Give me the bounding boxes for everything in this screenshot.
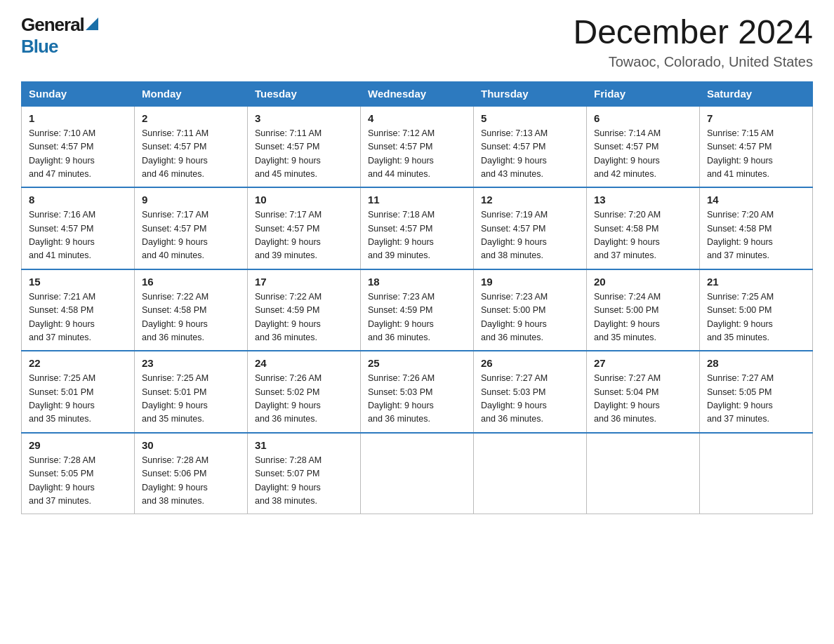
calendar-cell: 20 Sunrise: 7:24 AM Sunset: 5:00 PM Dayl… xyxy=(587,269,700,351)
calendar-cell: 5 Sunrise: 7:13 AM Sunset: 4:57 PM Dayli… xyxy=(474,106,587,188)
calendar-cell: 3 Sunrise: 7:11 AM Sunset: 4:57 PM Dayli… xyxy=(248,106,361,188)
calendar-week-row: 1 Sunrise: 7:10 AM Sunset: 4:57 PM Dayli… xyxy=(22,106,813,188)
calendar-week-row: 8 Sunrise: 7:16 AM Sunset: 4:57 PM Dayli… xyxy=(22,187,813,269)
day-number: 17 xyxy=(255,276,353,288)
calendar-cell: 12 Sunrise: 7:19 AM Sunset: 4:57 PM Dayl… xyxy=(474,187,587,269)
calendar-week-row: 15 Sunrise: 7:21 AM Sunset: 4:58 PM Dayl… xyxy=(22,269,813,351)
day-number: 11 xyxy=(368,194,466,206)
calendar-cell: 31 Sunrise: 7:28 AM Sunset: 5:07 PM Dayl… xyxy=(248,433,361,514)
day-number: 20 xyxy=(594,276,692,288)
day-number: 1 xyxy=(29,112,127,124)
calendar-week-row: 22 Sunrise: 7:25 AM Sunset: 5:01 PM Dayl… xyxy=(22,351,813,433)
day-info: Sunrise: 7:22 AM Sunset: 4:58 PM Dayligh… xyxy=(142,290,240,345)
day-number: 9 xyxy=(142,194,240,206)
day-number: 30 xyxy=(142,439,240,451)
day-info: Sunrise: 7:25 AM Sunset: 5:00 PM Dayligh… xyxy=(707,290,805,345)
day-info: Sunrise: 7:11 AM Sunset: 4:57 PM Dayligh… xyxy=(255,127,353,182)
calendar-cell: 14 Sunrise: 7:20 AM Sunset: 4:58 PM Dayl… xyxy=(700,187,813,269)
svg-marker-0 xyxy=(86,18,98,30)
day-info: Sunrise: 7:15 AM Sunset: 4:57 PM Dayligh… xyxy=(707,127,805,182)
calendar-cell: 2 Sunrise: 7:11 AM Sunset: 4:57 PM Dayli… xyxy=(135,106,248,188)
calendar-cell: 29 Sunrise: 7:28 AM Sunset: 5:05 PM Dayl… xyxy=(22,433,135,514)
day-info: Sunrise: 7:14 AM Sunset: 4:57 PM Dayligh… xyxy=(594,127,692,182)
calendar-cell: 19 Sunrise: 7:23 AM Sunset: 5:00 PM Dayl… xyxy=(474,269,587,351)
day-info: Sunrise: 7:27 AM Sunset: 5:04 PM Dayligh… xyxy=(594,372,692,427)
day-info: Sunrise: 7:22 AM Sunset: 4:59 PM Dayligh… xyxy=(255,290,353,345)
day-number: 21 xyxy=(707,276,805,288)
weekday-header-tuesday: Tuesday xyxy=(248,81,361,106)
day-number: 3 xyxy=(255,112,353,124)
day-number: 26 xyxy=(481,357,579,369)
day-info: Sunrise: 7:23 AM Sunset: 5:00 PM Dayligh… xyxy=(481,290,579,345)
day-info: Sunrise: 7:26 AM Sunset: 5:03 PM Dayligh… xyxy=(368,372,466,427)
calendar-cell: 13 Sunrise: 7:20 AM Sunset: 4:58 PM Dayl… xyxy=(587,187,700,269)
calendar-cell: 18 Sunrise: 7:23 AM Sunset: 4:59 PM Dayl… xyxy=(361,269,474,351)
month-title: December 2024 xyxy=(573,14,813,51)
calendar-cell: 16 Sunrise: 7:22 AM Sunset: 4:58 PM Dayl… xyxy=(135,269,248,351)
logo: General Blue xyxy=(21,14,98,58)
day-number: 13 xyxy=(594,194,692,206)
day-info: Sunrise: 7:23 AM Sunset: 4:59 PM Dayligh… xyxy=(368,290,466,345)
page-header: General Blue December 2024 Towaoc, Color… xyxy=(21,14,813,70)
day-info: Sunrise: 7:12 AM Sunset: 4:57 PM Dayligh… xyxy=(368,127,466,182)
day-number: 18 xyxy=(368,276,466,288)
day-info: Sunrise: 7:24 AM Sunset: 5:00 PM Dayligh… xyxy=(594,290,692,345)
weekday-header-monday: Monday xyxy=(135,81,248,106)
day-info: Sunrise: 7:19 AM Sunset: 4:57 PM Dayligh… xyxy=(481,208,579,263)
calendar-cell: 6 Sunrise: 7:14 AM Sunset: 4:57 PM Dayli… xyxy=(587,106,700,188)
day-number: 27 xyxy=(594,357,692,369)
day-info: Sunrise: 7:28 AM Sunset: 5:06 PM Dayligh… xyxy=(142,454,240,509)
logo-triangle-icon xyxy=(86,18,98,30)
calendar-cell xyxy=(361,433,474,514)
day-number: 24 xyxy=(255,357,353,369)
day-number: 23 xyxy=(142,357,240,369)
day-number: 31 xyxy=(255,439,353,451)
logo-general-text: General xyxy=(21,14,84,36)
calendar-cell xyxy=(700,433,813,514)
calendar-cell: 24 Sunrise: 7:26 AM Sunset: 5:02 PM Dayl… xyxy=(248,351,361,433)
day-info: Sunrise: 7:17 AM Sunset: 4:57 PM Dayligh… xyxy=(142,208,240,263)
calendar-table: SundayMondayTuesdayWednesdayThursdayFrid… xyxy=(21,81,813,515)
day-info: Sunrise: 7:18 AM Sunset: 4:57 PM Dayligh… xyxy=(368,208,466,263)
calendar-cell xyxy=(474,433,587,514)
logo-blue-text: Blue xyxy=(21,36,58,57)
calendar-cell: 28 Sunrise: 7:27 AM Sunset: 5:05 PM Dayl… xyxy=(700,351,813,433)
day-info: Sunrise: 7:11 AM Sunset: 4:57 PM Dayligh… xyxy=(142,127,240,182)
day-number: 16 xyxy=(142,276,240,288)
location-text: Towaoc, Colorado, United States xyxy=(573,54,813,70)
day-info: Sunrise: 7:25 AM Sunset: 5:01 PM Dayligh… xyxy=(29,372,127,427)
day-number: 29 xyxy=(29,439,127,451)
calendar-cell: 30 Sunrise: 7:28 AM Sunset: 5:06 PM Dayl… xyxy=(135,433,248,514)
day-info: Sunrise: 7:13 AM Sunset: 4:57 PM Dayligh… xyxy=(481,127,579,182)
calendar-cell: 11 Sunrise: 7:18 AM Sunset: 4:57 PM Dayl… xyxy=(361,187,474,269)
day-number: 5 xyxy=(481,112,579,124)
calendar-cell: 10 Sunrise: 7:17 AM Sunset: 4:57 PM Dayl… xyxy=(248,187,361,269)
day-info: Sunrise: 7:17 AM Sunset: 4:57 PM Dayligh… xyxy=(255,208,353,263)
day-info: Sunrise: 7:21 AM Sunset: 4:58 PM Dayligh… xyxy=(29,290,127,345)
day-number: 6 xyxy=(594,112,692,124)
day-info: Sunrise: 7:25 AM Sunset: 5:01 PM Dayligh… xyxy=(142,372,240,427)
day-number: 8 xyxy=(29,194,127,206)
day-number: 14 xyxy=(707,194,805,206)
day-number: 28 xyxy=(707,357,805,369)
day-info: Sunrise: 7:28 AM Sunset: 5:05 PM Dayligh… xyxy=(29,454,127,509)
day-info: Sunrise: 7:26 AM Sunset: 5:02 PM Dayligh… xyxy=(255,372,353,427)
day-number: 22 xyxy=(29,357,127,369)
calendar-cell: 26 Sunrise: 7:27 AM Sunset: 5:03 PM Dayl… xyxy=(474,351,587,433)
weekday-header-friday: Friday xyxy=(587,81,700,106)
day-info: Sunrise: 7:27 AM Sunset: 5:03 PM Dayligh… xyxy=(481,372,579,427)
day-number: 12 xyxy=(481,194,579,206)
calendar-week-row: 29 Sunrise: 7:28 AM Sunset: 5:05 PM Dayl… xyxy=(22,433,813,514)
weekday-header-wednesday: Wednesday xyxy=(361,81,474,106)
calendar-cell: 8 Sunrise: 7:16 AM Sunset: 4:57 PM Dayli… xyxy=(22,187,135,269)
calendar-cell: 25 Sunrise: 7:26 AM Sunset: 5:03 PM Dayl… xyxy=(361,351,474,433)
day-info: Sunrise: 7:27 AM Sunset: 5:05 PM Dayligh… xyxy=(707,372,805,427)
day-number: 25 xyxy=(368,357,466,369)
calendar-cell: 23 Sunrise: 7:25 AM Sunset: 5:01 PM Dayl… xyxy=(135,351,248,433)
calendar-cell: 27 Sunrise: 7:27 AM Sunset: 5:04 PM Dayl… xyxy=(587,351,700,433)
weekday-header-saturday: Saturday xyxy=(700,81,813,106)
calendar-cell: 15 Sunrise: 7:21 AM Sunset: 4:58 PM Dayl… xyxy=(22,269,135,351)
day-info: Sunrise: 7:16 AM Sunset: 4:57 PM Dayligh… xyxy=(29,208,127,263)
day-info: Sunrise: 7:20 AM Sunset: 4:58 PM Dayligh… xyxy=(594,208,692,263)
calendar-cell: 1 Sunrise: 7:10 AM Sunset: 4:57 PM Dayli… xyxy=(22,106,135,188)
